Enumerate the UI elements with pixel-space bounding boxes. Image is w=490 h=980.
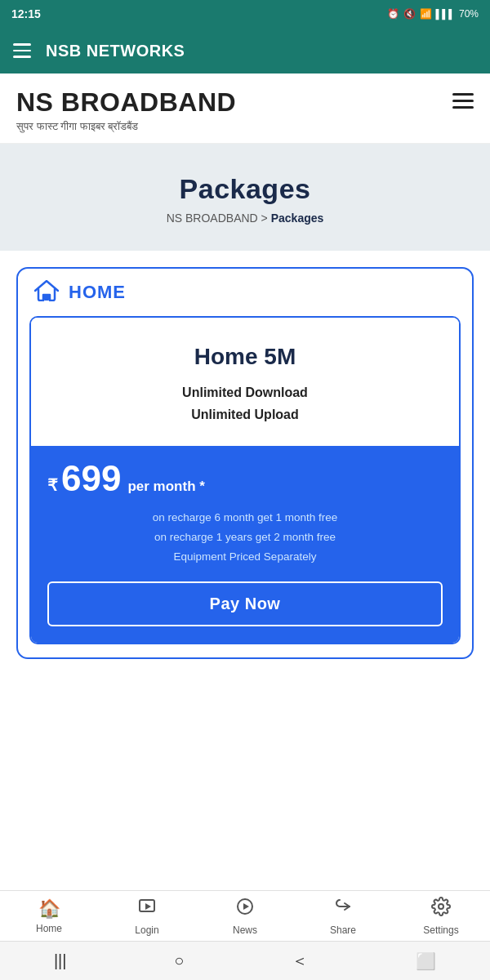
price-period: per month * — [127, 479, 204, 495]
mute-icon: 🔇 — [403, 8, 416, 20]
price-note-2: on recharge 1 years get 2 month free — [47, 528, 443, 547]
package-feature-upload: Unlimited Upload — [47, 403, 443, 425]
status-bar: 12:15 ⏰ 🔇 📶 ▌▌▌ 70% — [0, 0, 490, 28]
package-card-home5m: Home 5M Unlimited Download Unlimited Upl… — [29, 316, 461, 644]
login-nav-icon — [137, 897, 157, 921]
price-row: ₹ 699 per month * — [47, 461, 443, 497]
price-note-3: Equipment Priced Separately — [47, 547, 443, 567]
app-bar: NSB NETWORKS — [0, 28, 490, 74]
svg-marker-4 — [243, 903, 249, 910]
news-nav-icon — [235, 897, 255, 921]
site-menu-button[interactable] — [452, 93, 474, 109]
app-bar-title: NSB NETWORKS — [46, 42, 185, 60]
android-overview-button[interactable]: ⬜ — [399, 945, 452, 978]
site-header-branding: NS BROADBAND सुपर फास्ट गीगा फाइबर ब्रॉड… — [16, 88, 236, 133]
home-nav-icon: 🏠 — [38, 898, 60, 920]
share-nav-icon — [333, 897, 353, 921]
nav-item-home[interactable]: 🏠 Home — [0, 893, 98, 939]
hamburger-menu-button[interactable] — [13, 43, 31, 58]
package-feature-download: Unlimited Download — [47, 381, 443, 403]
page-hero: Packages NS BROADBAND > Packages — [0, 144, 490, 251]
home-category-card: HOME Home 5M Unlimited Download Unlimite… — [16, 267, 474, 659]
home-category-icon — [34, 280, 59, 305]
package-card-top: Home 5M Unlimited Download Unlimited Upl… — [31, 318, 459, 445]
alarm-icon: ⏰ — [387, 8, 399, 20]
settings-nav-icon — [431, 897, 451, 921]
price-amount: 699 — [61, 461, 121, 497]
settings-nav-label: Settings — [423, 924, 458, 936]
site-header: NS BROADBAND सुपर फास्ट गीगा फाइबर ब्रॉड… — [0, 74, 490, 144]
breadcrumb: NS BROADBAND > Packages — [16, 212, 474, 225]
home-nav-label: Home — [36, 923, 62, 934]
nav-item-login[interactable]: Login — [98, 892, 196, 941]
category-title: HOME — [69, 282, 126, 303]
pay-now-button[interactable]: Pay Now — [47, 581, 443, 626]
bottom-nav: 🏠 Home Login News Share — [0, 890, 490, 941]
page-hero-title: Packages — [16, 173, 474, 205]
scroll-hint — [0, 672, 490, 685]
svg-rect-0 — [44, 295, 49, 301]
android-home-button[interactable]: ○ — [158, 945, 200, 977]
login-nav-label: Login — [135, 924, 158, 936]
android-nav-bar: ||| ○ ＜ ⬜ — [0, 941, 490, 980]
share-nav-label: Share — [330, 924, 356, 936]
status-icons: ⏰ 🔇 📶 ▌▌▌ 70% — [387, 8, 479, 20]
svg-point-5 — [439, 904, 443, 909]
currency-symbol: ₹ — [47, 475, 58, 495]
battery-label: 70% — [459, 8, 479, 20]
breadcrumb-current: Packages — [271, 212, 324, 225]
status-time: 12:15 — [11, 7, 41, 20]
nav-item-settings[interactable]: Settings — [392, 892, 490, 941]
price-note-1: on recharge 6 month get 1 month free — [47, 508, 443, 528]
category-header: HOME — [18, 269, 472, 316]
android-recent-button[interactable]: ||| — [38, 945, 83, 977]
site-subtitle: सुपर फास्ट गीगा फाइबर ब्रॉडबैंड — [16, 120, 236, 133]
wifi-icon: 📶 — [420, 8, 432, 20]
nav-item-share[interactable]: Share — [294, 892, 392, 941]
package-card-bottom: ₹ 699 per month * on recharge 6 month ge… — [31, 446, 459, 644]
price-notes: on recharge 6 month get 1 month free on … — [47, 508, 443, 568]
site-title: NS BROADBAND — [16, 88, 236, 117]
news-nav-label: News — [233, 924, 257, 936]
breadcrumb-home: NS BROADBAND — [167, 212, 258, 225]
nav-item-news[interactable]: News — [196, 892, 294, 941]
packages-section: HOME Home 5M Unlimited Download Unlimite… — [0, 251, 490, 672]
signal-icon: ▌▌▌ — [436, 9, 455, 19]
breadcrumb-separator: > — [261, 212, 268, 225]
svg-marker-2 — [145, 903, 151, 910]
package-name: Home 5M — [47, 344, 443, 370]
android-back-button[interactable]: ＜ — [275, 943, 324, 978]
